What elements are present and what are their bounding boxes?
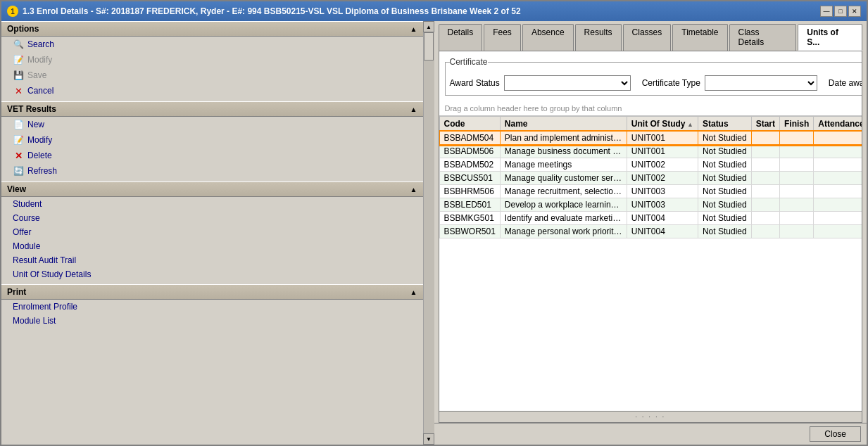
award-status-select[interactable] bbox=[504, 75, 631, 91]
tab-classes[interactable]: Classes bbox=[623, 24, 672, 51]
save-icon: 💾 bbox=[13, 70, 24, 81]
cell-unit_of_study: UNIT002 bbox=[627, 158, 698, 172]
cell-code: BSBLED501 bbox=[439, 198, 500, 212]
table-row[interactable]: BSBMKG501Identify and evaluate marketing… bbox=[439, 212, 862, 225]
certificate-type-select[interactable] bbox=[705, 75, 817, 91]
sidebar-item-unit-of-study-details[interactable]: Unit Of Study Details bbox=[1, 267, 423, 281]
cell-start bbox=[751, 145, 779, 158]
table-row[interactable]: BSBADM504Plan and implement administrati… bbox=[439, 132, 862, 145]
certificate-type-field: Certificate Type bbox=[642, 75, 817, 91]
cell-finish bbox=[780, 198, 814, 212]
cell-attendance bbox=[814, 145, 862, 158]
cell-attendance bbox=[814, 225, 862, 238]
tab-absence[interactable]: Absence bbox=[522, 24, 574, 51]
close-button[interactable]: Close bbox=[810, 426, 861, 442]
sidebar-item-search[interactable]: 🔍 Search bbox=[1, 37, 423, 52]
cell-code: BSBADM504 bbox=[439, 132, 500, 145]
tab-results[interactable]: Results bbox=[575, 24, 622, 51]
options-label: Options bbox=[7, 24, 39, 34]
modify-label: Modify bbox=[27, 55, 52, 65]
print-label: Print bbox=[7, 287, 26, 297]
sidebar-item-delete[interactable]: ✕ Delete bbox=[1, 148, 423, 163]
table-row[interactable]: BSBCUS501Manage quality customer service… bbox=[439, 172, 862, 185]
tab-timetable[interactable]: Timetable bbox=[672, 24, 727, 51]
scroll-thumb[interactable] bbox=[424, 32, 434, 60]
vet-results-header[interactable]: VET Results ▲ bbox=[1, 101, 423, 117]
vet-chevron: ▲ bbox=[410, 106, 417, 113]
cell-status: Not Studied bbox=[698, 145, 751, 158]
options-header[interactable]: Options ▲ bbox=[1, 21, 423, 37]
cell-start bbox=[751, 132, 779, 145]
maximize-button[interactable]: □ bbox=[834, 6, 847, 17]
certificate-type-label: Certificate Type bbox=[642, 78, 700, 88]
sidebar-item-modify[interactable]: 📝 Modify bbox=[1, 52, 423, 68]
tab-details[interactable]: Details bbox=[439, 24, 483, 51]
sidebar-item-offer[interactable]: Offer bbox=[1, 225, 423, 239]
sidebar-item-student[interactable]: Student bbox=[1, 197, 423, 211]
cell-code: BSBADM502 bbox=[439, 158, 500, 172]
col-header-attendance[interactable]: Attendance bbox=[814, 117, 862, 132]
col-header-status[interactable]: Status bbox=[698, 117, 751, 132]
table-row[interactable]: BSBWOR501Manage personal work priorities… bbox=[439, 225, 862, 238]
cell-unit_of_study: UNIT003 bbox=[627, 198, 698, 212]
cell-start bbox=[751, 198, 779, 212]
tab-units-of-study[interactable]: Units of S... bbox=[798, 24, 862, 51]
sidebar-item-save[interactable]: 💾 Save bbox=[1, 68, 423, 83]
tab-fees[interactable]: Fees bbox=[484, 24, 521, 51]
cell-unit_of_study: UNIT001 bbox=[627, 145, 698, 158]
grid-container[interactable]: Code Name Unit Of Study Status Start Fin… bbox=[439, 116, 862, 411]
vet-results-label: VET Results bbox=[7, 104, 56, 114]
modify-icon: 📝 bbox=[13, 54, 24, 65]
table-row[interactable]: BSBADM506Manage business document design… bbox=[439, 145, 862, 158]
view-section: View ▲ Student Course Offer Module bbox=[1, 181, 423, 281]
view-header[interactable]: View ▲ bbox=[1, 181, 423, 197]
cell-name: Manage meetings bbox=[500, 158, 627, 172]
window-title: 1.3 Enrol Details - S#: 2018187 FREDERIC… bbox=[23, 6, 521, 16]
cell-finish bbox=[780, 132, 814, 145]
sidebar-scrollbar[interactable]: ▲ ▼ bbox=[423, 21, 434, 445]
table-row[interactable]: BSBADM502Manage meetingsUNIT002Not Studi… bbox=[439, 158, 862, 172]
sidebar-item-course[interactable]: Course bbox=[1, 211, 423, 225]
sidebar-item-module-list[interactable]: Module List bbox=[1, 314, 423, 328]
module-list-label: Module List bbox=[13, 316, 56, 326]
print-header[interactable]: Print ▲ bbox=[1, 284, 423, 300]
sidebar-item-refresh[interactable]: 🔄 Refresh bbox=[1, 163, 423, 179]
new-label: New bbox=[27, 120, 44, 129]
cell-unit_of_study: UNIT002 bbox=[627, 172, 698, 185]
close-window-button[interactable]: ✕ bbox=[848, 6, 861, 17]
view-label: View bbox=[7, 184, 26, 194]
table-row[interactable]: BSBLED501Develop a workplace learning en… bbox=[439, 198, 862, 212]
modify2-icon: 📝 bbox=[13, 134, 24, 146]
options-section: Options ▲ 🔍 Search 📝 Modify 💾 Save bbox=[1, 21, 423, 98]
col-header-name[interactable]: Name bbox=[500, 117, 627, 132]
scroll-up-arrow[interactable]: ▲ bbox=[423, 21, 434, 32]
cell-name: Manage business document design and deve… bbox=[500, 145, 627, 158]
award-status-label: Award Status bbox=[450, 78, 500, 88]
sidebar-item-module[interactable]: Module bbox=[1, 239, 423, 253]
sidebar-item-enrolment-profile[interactable]: Enrolment Profile bbox=[1, 300, 423, 314]
cell-unit_of_study: UNIT004 bbox=[627, 212, 698, 225]
tab-class-details[interactable]: Class Details bbox=[729, 24, 797, 51]
print-section: Print ▲ Enrolment Profile Module List bbox=[1, 284, 423, 328]
col-header-code[interactable]: Code bbox=[439, 117, 500, 132]
horizontal-scrollbar[interactable]: · · · · · bbox=[439, 411, 862, 422]
sidebar-item-new[interactable]: 📄 New bbox=[1, 117, 423, 132]
col-header-unit-of-study[interactable]: Unit Of Study bbox=[627, 117, 698, 132]
sidebar-item-modify2[interactable]: 📝 Modify bbox=[1, 132, 423, 148]
sidebar-item-cancel[interactable]: ✕ Cancel bbox=[1, 83, 423, 98]
view-chevron: ▲ bbox=[410, 186, 417, 193]
cell-name: Manage recruitment, selection and induct… bbox=[500, 185, 627, 198]
cell-name: Plan and implement administrative system… bbox=[500, 132, 627, 145]
table-row[interactable]: BSBHRM506Manage recruitment, selection a… bbox=[439, 185, 862, 198]
cell-status: Not Studied bbox=[698, 225, 751, 238]
col-header-start[interactable]: Start bbox=[751, 117, 779, 132]
cell-start bbox=[751, 185, 779, 198]
cell-name: Manage quality customer service bbox=[500, 172, 627, 185]
scroll-down-arrow[interactable]: ▼ bbox=[423, 433, 434, 445]
cell-finish bbox=[780, 145, 814, 158]
sidebar-item-result-audit-trail[interactable]: Result Audit Trail bbox=[1, 253, 423, 267]
cell-finish bbox=[780, 172, 814, 185]
col-header-finish[interactable]: Finish bbox=[780, 117, 814, 132]
minimize-button[interactable]: — bbox=[820, 6, 833, 17]
cell-name: Develop a workplace learning environment bbox=[500, 198, 627, 212]
